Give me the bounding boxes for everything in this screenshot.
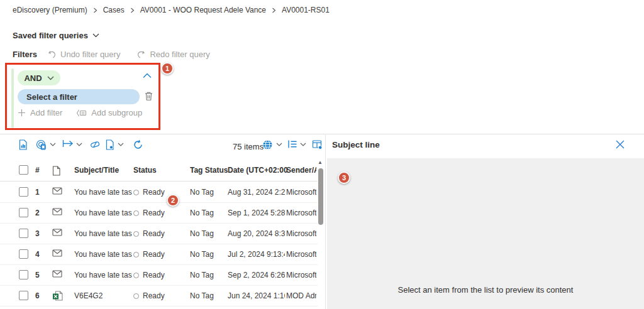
ediscovery-review-set-page: eDiscovery (Premium) Cases AV0001 - WOO …	[0, 0, 644, 309]
undo-filter-query-button[interactable]: Undo filter query	[47, 50, 120, 59]
row-sender: Microsoft o	[286, 182, 316, 203]
scrollbar-thumb[interactable]	[318, 168, 323, 225]
redo-filter-query-button[interactable]: Redo filter query	[136, 50, 209, 59]
add-subgroup-label: Add subgroup	[91, 108, 142, 117]
table-row[interactable]: 5 You have late tasks Ready No Tag Sep 2…	[0, 265, 318, 286]
chevron-right-icon	[130, 8, 135, 13]
row-subject[interactable]: V6E4G2	[74, 286, 132, 306]
breadcrumb-ediscovery[interactable]: eDiscovery (Premium)	[13, 6, 87, 14]
export-icon[interactable]	[62, 139, 74, 148]
row-tag-status: No Tag	[190, 182, 214, 203]
status-ring-icon	[133, 293, 139, 299]
table-row[interactable]: 1 You have late tasks Ready No Tag Aug 3…	[0, 182, 318, 203]
clear-tag-icon[interactable]	[89, 139, 101, 149]
edit-columns-icon[interactable]	[312, 139, 323, 149]
filter-operator-dropdown[interactable]: AND	[18, 70, 60, 85]
filter-operator-label: AND	[24, 73, 42, 83]
row-subject[interactable]: You have late tasks	[74, 182, 132, 203]
panel-divider	[325, 134, 326, 309]
row-subject[interactable]: You have late tasks	[74, 265, 132, 286]
status-ring-icon	[133, 231, 139, 237]
row-date: Sep 1, 2024 5:28:10...	[228, 203, 285, 224]
row-status: Ready	[133, 224, 165, 244]
chevron-down-icon[interactable]	[50, 143, 56, 146]
smart-tag-icon[interactable]	[36, 139, 47, 150]
chevron-right-icon	[93, 8, 97, 13]
breadcrumb-review-set[interactable]: AV0001-RS01	[282, 6, 330, 14]
annotation-badge-3: 3	[338, 171, 350, 184]
column-header-subject[interactable]: Subject/Title	[74, 160, 133, 182]
status-ring-icon	[133, 210, 139, 216]
undo-filter-query-label: Undo filter query	[60, 50, 120, 59]
row-date: Aug 20, 2024 8:38:...	[228, 224, 285, 244]
redo-icon	[136, 50, 146, 59]
add-filter-label: Add filter	[30, 108, 62, 117]
row-sender: Microsoft o	[286, 224, 316, 244]
row-subject[interactable]: You have late tasks	[74, 244, 132, 265]
row-checkbox[interactable]	[19, 270, 28, 279]
table-header-row: # Subject/Title Status Tag Status Date (…	[0, 160, 318, 182]
chevron-down-icon[interactable]	[118, 143, 124, 146]
select-all-checkbox[interactable]	[19, 165, 28, 175]
row-sender: MOD Admin	[286, 286, 316, 306]
plus-icon	[18, 109, 26, 117]
scroll-up-arrow[interactable]: ▲	[318, 160, 323, 165]
table-row[interactable]: 6 V6E4G2 Ready No Tag Jun 24, 2024 1:16:…	[0, 286, 318, 306]
breadcrumb-case-name[interactable]: AV0001 - WOO Request Adele Vance	[140, 6, 266, 14]
row-checkbox[interactable]	[19, 291, 28, 300]
close-panel-button[interactable]	[616, 140, 625, 149]
column-header-sender[interactable]: Sender/Aut	[286, 160, 316, 182]
email-icon	[52, 208, 62, 215]
row-status: Ready	[133, 286, 165, 306]
group-list-icon[interactable]	[287, 139, 297, 149]
row-number: 2	[35, 203, 40, 224]
file-type-column-icon[interactable]	[52, 166, 60, 176]
review-set-toolbar: 75 items	[0, 134, 325, 158]
column-header-number[interactable]: #	[35, 160, 40, 182]
row-checkbox[interactable]	[19, 249, 28, 259]
row-date: Jul 2, 2024 9:13:47 ...	[228, 244, 285, 265]
chevron-down-icon[interactable]	[300, 143, 306, 146]
annotation-badge-2: 2	[167, 194, 179, 207]
filters-title: Filters	[13, 50, 37, 59]
preview-empty-message: Select an item from the list to preview …	[327, 285, 644, 295]
excel-file-icon	[52, 291, 63, 301]
row-checkbox[interactable]	[19, 187, 28, 197]
delete-filter-button[interactable]	[144, 91, 153, 101]
row-subject[interactable]: You have late tasks	[74, 203, 132, 224]
row-checkbox[interactable]	[19, 229, 28, 238]
convert-document-icon[interactable]	[105, 139, 114, 150]
table-row[interactable]: 4 You have late tasks Ready No Tag Jul 2…	[0, 244, 318, 265]
collapse-filter-group-button[interactable]	[143, 73, 152, 79]
row-status: Ready	[133, 265, 165, 285]
row-subject[interactable]: You have late tasks	[74, 224, 132, 244]
select-a-filter-label: Select a filter	[26, 92, 77, 102]
row-checkbox[interactable]	[19, 208, 28, 217]
breadcrumb: eDiscovery (Premium) Cases AV0001 - WOO …	[13, 6, 330, 14]
refresh-icon[interactable]	[133, 139, 143, 150]
column-header-date[interactable]: Date (UTC+02:00)	[228, 160, 287, 182]
row-tag-status: No Tag	[190, 224, 214, 244]
add-subgroup-button[interactable]: Add subgroup	[76, 108, 142, 117]
column-header-status[interactable]: Status	[133, 160, 157, 182]
row-tag-status: No Tag	[190, 265, 214, 286]
add-filter-button[interactable]: Add filter	[18, 108, 62, 117]
row-status: Ready	[133, 182, 165, 202]
breadcrumb-cases[interactable]: Cases	[103, 6, 125, 14]
chevron-down-icon[interactable]	[76, 143, 82, 146]
column-header-tag-status[interactable]: Tag Status	[190, 160, 228, 182]
email-icon	[52, 249, 62, 257]
chevron-down-icon[interactable]	[276, 143, 282, 146]
preview-panel-title: Subject line	[332, 140, 380, 149]
table-row[interactable]: 2 You have late tasks Ready No Tag Sep 1…	[0, 203, 318, 224]
items-count: 75 items	[233, 142, 264, 151]
preview-empty-state: Select an item from the list to preview …	[327, 158, 644, 309]
trash-icon	[144, 91, 153, 101]
select-a-filter-pill[interactable]: Select a filter	[18, 89, 140, 104]
chevron-right-icon	[272, 8, 276, 13]
row-tag-status: No Tag	[190, 244, 214, 265]
table-row[interactable]: 3 You have late tasks Ready No Tag Aug 2…	[0, 224, 318, 244]
saved-filter-queries-dropdown[interactable]: Saved filter queries	[13, 31, 99, 40]
summary-report-icon[interactable]	[18, 139, 28, 150]
globe-icon[interactable]	[262, 139, 273, 150]
